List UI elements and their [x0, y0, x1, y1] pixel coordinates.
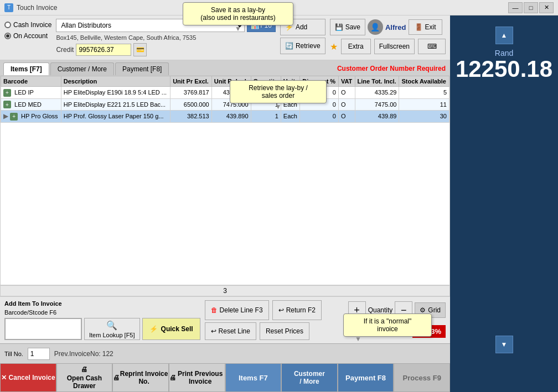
quick-sell-button[interactable]: ⚡ Quick Sell [142, 318, 200, 340]
cell-description: HP Prof. Glossy Laser Paper 150 g... [61, 111, 170, 123]
save-tooltip: Save it as a lay-by (also used in restau… [183, 2, 293, 25]
credit-input[interactable] [76, 44, 131, 56]
table-header-row: Barcode Description Unit Pr Excl. Unit P… [1, 76, 450, 87]
radio-circle-account [4, 33, 11, 39]
username-label: Alfred [385, 23, 406, 32]
cell-stock-avail: 30 [399, 111, 450, 123]
col-barcode: Barcode [1, 76, 61, 87]
cell-unit: Each [281, 111, 299, 123]
fullscreen-button[interactable]: Fullscreen [374, 39, 415, 54]
cell-line-tot: 7475.00 [355, 98, 399, 111]
prev-invoice-label: Prev.InvoiceNo: 122 [54, 350, 113, 358]
cell-barcode: ▶ + HP Pro Gloss [1, 111, 61, 123]
customer-more-button[interactable]: Customer / More [281, 363, 338, 392]
row-count-bar: 3 [0, 285, 450, 296]
reprint-icon: 🖨 [113, 374, 120, 381]
barcode-input-row: 🔍 Item Lookup [F5] ⚡ Quick Sell [4, 318, 200, 340]
app-icon: T [4, 3, 13, 12]
row-expand-2[interactable]: ▶ [3, 112, 8, 120]
barcode-label: Barcode/Stcode F6 [4, 309, 200, 316]
credit-icon-button[interactable]: 💳 [133, 43, 147, 56]
barcode-input[interactable] [4, 318, 82, 340]
right-buttons: 💾 Save 👤 Alfred 🚪 Exit ★ Extra Fullscree… [330, 19, 446, 55]
top-button-row: 💾 Save 👤 Alfred 🚪 Exit [330, 19, 446, 35]
amount-display: 12250.18 [456, 58, 552, 81]
col-unit-excl: Unit Pr Excl. [170, 76, 212, 87]
cell-vat: O [338, 98, 355, 111]
left-panel: Cash Invoice On Account Allan Distributo… [0, 15, 450, 392]
table-row[interactable]: + LED IP HP EliteDisplay E190i 18.9 5:4 … [1, 87, 450, 99]
lightning-icon-2: ⚡ [149, 325, 158, 333]
plus-icon-1: + [3, 101, 11, 108]
table-row[interactable]: + LED MED HP EliteDisplay E221 21.5 LED … [1, 98, 450, 111]
tab-items[interactable]: Items [F7] [3, 62, 49, 75]
items-f7-button[interactable]: Items F7 [225, 363, 282, 392]
radio-circle-cash [4, 22, 11, 28]
user-avatar: 👤 [368, 19, 383, 35]
radio-group: Cash Invoice On Account [4, 19, 51, 40]
col-line-tot: Line Tot. Incl. [355, 76, 399, 87]
save-button[interactable]: 💾 Save [330, 19, 365, 35]
return-icon: ↩ [278, 306, 284, 314]
maximize-button[interactable]: □ [524, 2, 538, 13]
extra-button[interactable]: Extra [341, 39, 371, 54]
payment-f8-button[interactable]: Payment F8 [338, 363, 394, 392]
main-content: Cash Invoice On Account Allan Distributo… [0, 15, 558, 392]
cell-description: HP EliteDisplay E190i 18.9 5:4 LED ... [61, 87, 170, 99]
exit-button[interactable]: 🚪 Exit [409, 19, 442, 35]
plus-icon-0: + [3, 89, 11, 97]
col-stock-avail: Stock Available [399, 76, 450, 87]
invoice-table-container: Barcode Description Unit Pr Excl. Unit P… [0, 75, 450, 285]
print-icon: 🖨 [169, 374, 176, 381]
exit-icon: 🚪 [415, 23, 423, 31]
item-lookup-button[interactable]: 🔍 Item Lookup [F5] [84, 318, 140, 340]
normal-invoice-tooltip: If it is a "normal" invoice ▼ [343, 313, 432, 337]
cash-invoice-label: Cash Invoice [13, 21, 51, 29]
retrieve-icon: 🔄 [285, 42, 293, 50]
minimize-button[interactable]: — [508, 2, 523, 13]
tab-payment[interactable]: Payment [F8] [115, 62, 169, 75]
reset-prices-button[interactable]: Reset Prices [260, 322, 309, 340]
cell-unit-incl: 439.890 [211, 111, 251, 123]
reset-icon: ↩ [211, 327, 216, 335]
return-button[interactable]: ↩ Return F2 [272, 300, 322, 320]
print-previous-button[interactable]: 🖨 Print Previous Invoice [169, 363, 225, 392]
scroll-down-button[interactable]: ▼ [495, 336, 513, 353]
cancel-invoice-button[interactable]: ✕ Cancel Invoice [0, 363, 56, 392]
credit-row: Credit 💳 [56, 43, 276, 56]
till-label: Till No. [4, 351, 23, 357]
second-button-row: ★ Extra Fullscreen ⌨ [330, 38, 446, 55]
cell-barcode: + LED MED [1, 98, 61, 111]
plus-icon-2: + [10, 113, 18, 121]
cancel-icon: ✕ [1, 374, 7, 381]
order-required-label: Customer Order Number Required [337, 65, 446, 72]
cash-invoice-radio[interactable]: Cash Invoice [4, 21, 51, 29]
app-title: Touch Invoice [17, 4, 57, 12]
cell-description: HP EliteDisplay E221 21.5 LED Bac... [61, 98, 170, 111]
right-panel: ▲ Rand 12250.18 ▼ [450, 15, 558, 392]
till-input[interactable] [28, 348, 50, 360]
cell-line-tot: 439.89 [355, 111, 399, 123]
search-icon: 🔍 [106, 320, 117, 331]
title-bar-left: T Touch Invoice [4, 3, 57, 12]
cell-unit-excl: 3769.817 [170, 87, 212, 99]
cell-vat: O [338, 87, 355, 99]
retrieve-button[interactable]: 🔄 Retrieve [280, 38, 326, 54]
close-button[interactable]: ✕ [539, 2, 554, 13]
cell-stock-avail: 11 [399, 98, 450, 111]
scroll-up-button[interactable]: ▲ [495, 27, 513, 44]
table-row[interactable]: ▶ + HP Pro Gloss HP Prof. Glossy Laser P… [1, 111, 450, 123]
on-account-radio[interactable]: On Account [4, 32, 51, 40]
delete-line-button[interactable]: 🗑 Delete Line F3 [205, 300, 269, 320]
open-cash-drawer-button[interactable]: 🖨 Open Cash Drawer [56, 363, 113, 392]
reset-line-button[interactable]: ↩ Reset Line [205, 322, 256, 340]
tabs-row: Items [F7] Customer / More Payment [F8] … [0, 60, 450, 75]
star-icon: ★ [330, 41, 338, 52]
delete-icon: 🗑 [211, 306, 218, 314]
process-f9-button[interactable]: Process F9 [394, 363, 450, 392]
add-item-label: Add Item To Invoice [4, 300, 200, 307]
cell-unit-excl: 6500.000 [170, 98, 212, 111]
reprint-invoice-button[interactable]: 🖨 Reprint Invoice No. [112, 363, 169, 392]
tab-customer-more[interactable]: Customer / More [50, 62, 114, 75]
keyboard-button[interactable]: ⌨ [418, 39, 446, 54]
